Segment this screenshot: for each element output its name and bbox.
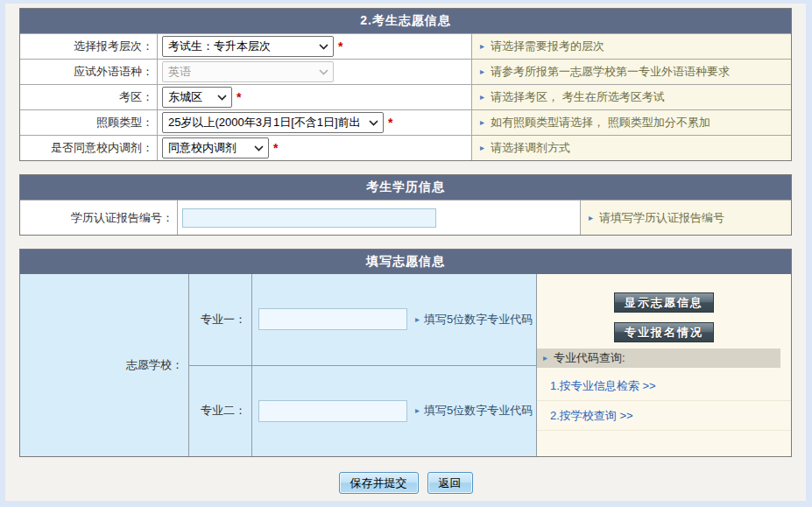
internal-adjustment-label: 是否同意校内调剂： [20,136,157,160]
query-panel: 显示志愿信息 专业报名情况 ▸ 专业代码查询: 1.按专业信息检索 >> 2.按… [536,274,791,456]
hint-text: 填写5位数字专业代码 [424,403,533,419]
care-type-select[interactable]: 25岁以上(2000年3月1日[不含1日]前出 [162,112,384,133]
hint-arrow-icon: ▸ [415,406,420,415]
hint-text: 请选择考区， 考生在所选考区考试 [491,89,665,105]
preference-fill-table: 填写志愿信息 志愿学校： 专业一： ▸ 填写5位数字专业代码 专业二： [19,249,792,457]
row-exam-district: 考区： 东城区 * ▸ 请选择考区， 考生在所选考区考试 [20,84,791,109]
chevron-down-icon [217,95,227,101]
row-internal-adjustment: 是否同意校内调剂： 同意校内调剂 * ▸ 请选择调剂方式 [20,135,791,160]
hint-arrow-icon: ▸ [589,214,593,222]
care-type-hint: ▸ 如有照顾类型请选择， 照顾类型加分不累加 [471,110,791,135]
major-code-query-header: ▸ 专业代码查询: [537,349,780,368]
row-report-level: 选择报考层次： 考试生：专升本层次 * ▸ 请选择需要报考的层次 [20,33,791,59]
cert-number-hint: ▸ 请填写学历认证报告编号 [580,201,791,235]
candidate-preference-table: 2.考生志愿信息 选择报考层次： 考试生：专升本层次 * ▸ 请选择需要报考的层… [19,8,792,161]
hint-arrow-icon: ▸ [480,144,484,152]
back-button[interactable]: 返回 [427,472,473,494]
major-registration-status-button[interactable]: 专业报名情况 [614,322,714,342]
section1-title: 2.考生志愿信息 [20,9,791,33]
hint-text: 填写5位数字专业代码 [424,312,533,327]
required-asterisk: * [237,90,241,104]
page-background: 2.考生志愿信息 选择报考层次： 考试生：专升本层次 * ▸ 请选择需要报考的层… [5,4,806,501]
hint-text: 请选择需要报考的层次 [491,39,604,54]
school-label: 志愿学校： [20,274,188,456]
internal-adjustment-hint: ▸ 请选择调剂方式 [471,136,791,160]
report-level-select[interactable]: 考试生：专升本层次 [162,36,334,57]
hint-text: 请填写学历认证报告编号 [599,210,724,226]
education-info-table: 考生学历信息 学历认证报告编号： ▸ 请填写学历认证报告编号 [19,174,792,236]
major-one-row: 专业一： ▸ 填写5位数字专业代码 [189,274,536,365]
query-header-text: 专业代码查询: [554,350,625,366]
search-by-school-link[interactable]: 2.按学校查询 >> [537,401,791,431]
report-level-label: 选择报考层次： [20,34,157,59]
care-type-label: 照顾类型： [20,110,157,135]
hint-arrow-icon: ▸ [480,118,484,127]
exam-district-select[interactable]: 东城区 [162,87,232,108]
save-submit-button[interactable]: 保存并提交 [339,472,419,494]
internal-adjustment-select-value: 同意校内调剂 [168,140,237,156]
chevron-down-icon [319,69,328,75]
section3-title: 填写志愿信息 [20,250,791,274]
chevron-down-icon [319,44,328,50]
hint-arrow-icon: ▸ [480,93,484,102]
internal-adjustment-select[interactable]: 同意校内调剂 [162,137,269,158]
exam-district-select-value: 东城区 [168,89,202,105]
hint-text: 请参考所报第一志愿学校第一专业外语语种要求 [491,64,730,80]
major-one-hint: ▸ 填写5位数字专业代码 [415,312,533,327]
exam-district-hint: ▸ 请选择考区， 考生在所选考区考试 [471,85,791,109]
row-foreign-language: 应试外语语种： 英语 ▸ 请参考所报第一志愿学校第一专业外语语种要求 [20,59,791,84]
row-cert-number: 学历认证报告编号： ▸ 请填写学历认证报告编号 [20,200,791,235]
search-by-major-link[interactable]: 1.按专业信息检索 >> [537,371,791,401]
care-type-select-value: 25岁以上(2000年3月1日[不含1日]前出 [168,115,361,130]
hint-arrow-icon: ▸ [480,67,484,76]
major-two-input[interactable] [258,400,407,422]
hint-text: 如有照顾类型请选择， 照顾类型加分不累加 [491,115,710,130]
required-asterisk: * [388,116,392,130]
foreign-language-select: 英语 [162,61,334,82]
exam-district-label: 考区： [20,85,157,109]
row-care-type: 照顾类型： 25岁以上(2000年3月1日[不含1日]前出 * ▸ 如有照顾类型… [20,109,791,135]
action-bar: 保存并提交 返回 [19,472,792,494]
cert-number-input[interactable] [182,208,436,228]
foreign-language-select-value: 英语 [168,64,191,80]
major-one-label: 专业一： [189,274,251,365]
major-one-input[interactable] [258,308,407,330]
foreign-language-hint: ▸ 请参考所报第一志愿学校第一专业外语语种要求 [471,60,791,84]
required-asterisk: * [273,141,278,155]
section2-title: 考生学历信息 [20,175,791,200]
major-two-row: 专业二： ▸ 填写5位数字专业代码 [189,365,536,457]
hint-arrow-icon: ▸ [480,42,484,51]
cert-number-label: 学历认证报告编号： [20,201,177,235]
major-two-label: 专业二： [189,366,251,457]
chevron-down-icon [254,145,264,151]
report-level-select-value: 考试生：专升本层次 [168,39,271,54]
report-level-hint: ▸ 请选择需要报考的层次 [471,34,791,59]
hint-arrow-icon: ▸ [415,315,420,324]
foreign-language-label: 应试外语语种： [20,60,157,84]
bar-arrow-icon: ▸ [543,354,547,363]
major-two-hint: ▸ 填写5位数字专业代码 [415,403,533,419]
chevron-down-icon [369,120,378,126]
show-preference-button[interactable]: 显示志愿信息 [614,292,714,313]
hint-text: 请选择调剂方式 [491,140,570,156]
required-asterisk: * [338,39,342,53]
